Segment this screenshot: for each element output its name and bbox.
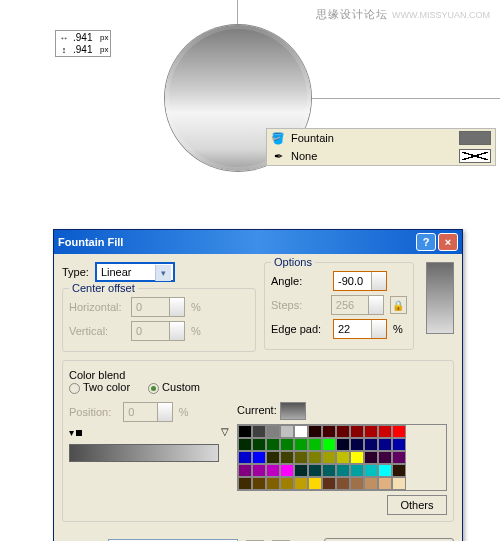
- others-button[interactable]: Others: [387, 495, 447, 515]
- width-value: .941: [73, 32, 97, 43]
- close-window-button[interactable]: ×: [438, 233, 458, 251]
- steps-spinner: 256: [331, 295, 384, 315]
- gradient-preview: [426, 262, 454, 334]
- palette-swatch[interactable]: [392, 425, 406, 438]
- palette-swatch[interactable]: [308, 451, 322, 464]
- palette-swatch[interactable]: [322, 464, 336, 477]
- fill-type-label: Fountain: [291, 132, 453, 144]
- palette-swatch[interactable]: [364, 477, 378, 490]
- palette-swatch[interactable]: [336, 438, 350, 451]
- palette-swatch[interactable]: [308, 464, 322, 477]
- palette-swatch[interactable]: [364, 451, 378, 464]
- palette-swatch[interactable]: [252, 451, 266, 464]
- palette-swatch[interactable]: [392, 438, 406, 451]
- angle-spinner[interactable]: -90.0: [333, 271, 387, 291]
- palette-swatch[interactable]: [238, 425, 252, 438]
- fill-swatch[interactable]: [459, 131, 491, 145]
- palette-swatch[interactable]: [350, 425, 364, 438]
- postscript-options-button: PostScript Options...: [324, 538, 454, 541]
- color-palette[interactable]: [237, 424, 447, 491]
- palette-swatch[interactable]: [238, 464, 252, 477]
- steps-label: Steps:: [271, 299, 327, 311]
- palette-swatch[interactable]: [364, 464, 378, 477]
- palette-swatch[interactable]: [280, 464, 294, 477]
- vertical-spinner: 0: [131, 321, 185, 341]
- palette-swatch[interactable]: [252, 477, 266, 490]
- dimension-tooltip: ↔ .941 px ↕ .941 px: [55, 30, 111, 57]
- palette-swatch[interactable]: [378, 438, 392, 451]
- type-select[interactable]: Linear: [95, 262, 175, 282]
- palette-swatch[interactable]: [252, 438, 266, 451]
- palette-swatch[interactable]: [294, 477, 308, 490]
- palette-swatch[interactable]: [378, 477, 392, 490]
- palette-swatch[interactable]: [238, 451, 252, 464]
- custom-radio[interactable]: Custom: [148, 381, 200, 394]
- outline-swatch[interactable]: [459, 149, 491, 163]
- palette-swatch[interactable]: [280, 451, 294, 464]
- palette-swatch[interactable]: [350, 477, 364, 490]
- palette-swatch[interactable]: [266, 438, 280, 451]
- dialog-titlebar[interactable]: Fountain Fill ? ×: [54, 230, 462, 254]
- width-icon: ↔: [58, 33, 70, 43]
- fountain-fill-dialog: Fountain Fill ? × Type: Linear Center of…: [53, 229, 463, 541]
- gradient-bar[interactable]: [69, 444, 219, 462]
- edgepad-spinner[interactable]: 22: [333, 319, 387, 339]
- palette-swatch[interactable]: [378, 425, 392, 438]
- guide-horizontal: [310, 98, 500, 99]
- palette-swatch[interactable]: [364, 425, 378, 438]
- palette-swatch[interactable]: [294, 425, 308, 438]
- palette-swatch[interactable]: [350, 464, 364, 477]
- height-value: .941: [73, 44, 97, 55]
- palette-swatch[interactable]: [280, 477, 294, 490]
- palette-swatch[interactable]: [364, 438, 378, 451]
- palette-swatch[interactable]: [308, 425, 322, 438]
- palette-swatch[interactable]: [336, 451, 350, 464]
- two-color-radio[interactable]: Two color: [69, 381, 130, 394]
- palette-swatch[interactable]: [266, 425, 280, 438]
- palette-swatch[interactable]: [336, 477, 350, 490]
- fill-outline-indicator: 🪣 Fountain ✒ None: [266, 128, 496, 166]
- palette-swatch[interactable]: [252, 425, 266, 438]
- palette-swatch[interactable]: [280, 438, 294, 451]
- palette-swatch[interactable]: [336, 425, 350, 438]
- color-blend-group: Color blend Two color Custom Position: 0…: [62, 360, 454, 522]
- options-group: Options Angle: -90.0 Steps: 256 🔒 Edge p…: [264, 262, 414, 350]
- palette-swatch[interactable]: [238, 438, 252, 451]
- current-label: Current:: [237, 404, 277, 416]
- palette-swatch[interactable]: [322, 425, 336, 438]
- palette-swatch[interactable]: [294, 464, 308, 477]
- current-color-swatch[interactable]: [280, 402, 306, 420]
- palette-swatch[interactable]: [266, 451, 280, 464]
- paint-bucket-icon: 🪣: [271, 131, 285, 145]
- palette-swatch[interactable]: [294, 438, 308, 451]
- palette-swatch[interactable]: [252, 464, 266, 477]
- palette-swatch[interactable]: [266, 464, 280, 477]
- palette-swatch[interactable]: [322, 438, 336, 451]
- outline-type-label: None: [291, 150, 453, 162]
- palette-swatch[interactable]: [392, 464, 406, 477]
- palette-swatch[interactable]: [280, 425, 294, 438]
- palette-swatch[interactable]: [322, 477, 336, 490]
- position-spinner: 0: [123, 402, 173, 422]
- help-window-button[interactable]: ?: [416, 233, 436, 251]
- vertical-label: Vertical:: [69, 325, 127, 337]
- palette-swatch[interactable]: [238, 477, 252, 490]
- horizontal-label: Horizontal:: [69, 301, 127, 313]
- lock-steps-button[interactable]: 🔒: [390, 296, 407, 314]
- palette-swatch[interactable]: [392, 477, 406, 490]
- palette-swatch[interactable]: [336, 464, 350, 477]
- palette-swatch[interactable]: [392, 451, 406, 464]
- palette-swatch[interactable]: [350, 451, 364, 464]
- edgepad-label: Edge pad:: [271, 323, 329, 335]
- palette-swatch[interactable]: [378, 451, 392, 464]
- palette-swatch[interactable]: [378, 464, 392, 477]
- palette-swatch[interactable]: [266, 477, 280, 490]
- palette-swatch[interactable]: [294, 451, 308, 464]
- marker-left-icon[interactable]: ▾: [69, 427, 74, 438]
- palette-swatch[interactable]: [308, 438, 322, 451]
- palette-swatch[interactable]: [322, 451, 336, 464]
- palette-swatch[interactable]: [308, 477, 322, 490]
- marker-right-icon[interactable]: ▽: [221, 426, 229, 437]
- color-node[interactable]: [76, 430, 82, 436]
- palette-swatch[interactable]: [350, 438, 364, 451]
